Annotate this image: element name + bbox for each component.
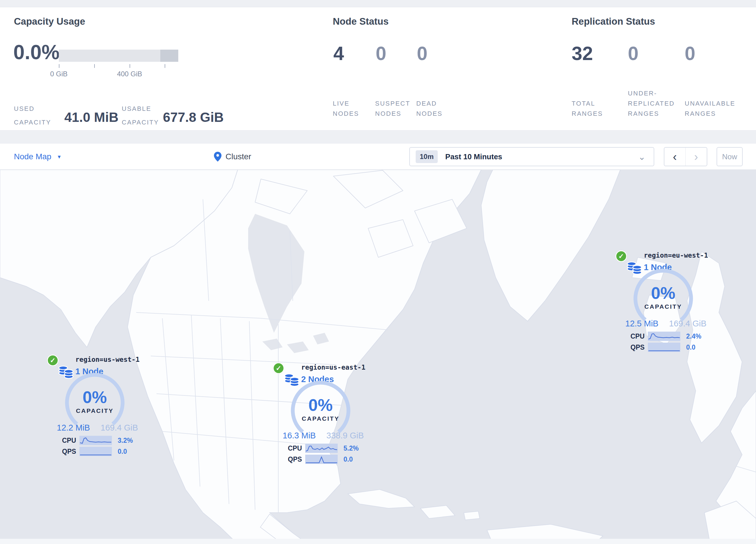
cpu-row: CPU 2.4% — [630, 332, 701, 341]
node-map: ✓ region=us-west-1 1 Node 0% CAPACITY 12… — [0, 170, 756, 544]
map-toolbar: Node Map ▾ Cluster 10m Past 10 Minutes ⌄… — [0, 144, 756, 170]
breadcrumb[interactable]: Cluster — [214, 144, 251, 170]
qps-row: QPS 0.0 — [630, 343, 695, 352]
dead-nodes-label: DEADNODES — [416, 98, 443, 119]
cpu-label: CPU — [62, 437, 79, 445]
qps-label: QPS — [288, 456, 305, 463]
map-bottom-strip — [0, 539, 756, 544]
used-capacity-label: USED CAPACITY — [14, 102, 51, 129]
gauge-percent: 0% — [634, 285, 692, 302]
region-used-capacity: 12.5 MiB — [625, 319, 658, 329]
region-used-capacity: 16.3 MiB — [283, 431, 316, 440]
capacity-values: 12.2 MiB 169.4 GiB — [57, 423, 138, 433]
axis-tick-label: 0 GiB — [50, 70, 68, 78]
capacity-values: 16.3 MiB 338.9 GiB — [283, 431, 364, 440]
cluster-overview-page: Capacity Usage 0.0% 0 GiB 400 GiB USED C… — [0, 0, 756, 544]
cpu-value: 2.4% — [686, 333, 701, 340]
unavailable-ranges-count: 0 — [685, 44, 695, 63]
capacity-usage-title: Capacity Usage — [14, 16, 85, 27]
qps-sparkline — [79, 447, 112, 456]
time-pager: ‹ › — [664, 147, 707, 166]
time-range-dropdown[interactable]: 10m Past 10 Minutes ⌄ — [409, 147, 654, 166]
unavailable-ranges-label: UNAVAILABLERANGES — [685, 98, 735, 119]
usable-capacity-value: 677.8 GiB — [163, 110, 224, 124]
live-nodes-label: LIVENODES — [333, 98, 359, 119]
capacity-percent: 0.0% — [13, 42, 60, 62]
now-button[interactable]: Now — [717, 147, 743, 166]
location-pin-icon — [214, 152, 221, 162]
used-capacity-value: 41.0 MiB — [64, 110, 119, 124]
region-marker-us-west-1[interactable]: ✓ region=us-west-1 1 Node 0% CAPACITY 12… — [46, 355, 145, 455]
under-replicated-count: 0 — [628, 44, 639, 63]
qps-sparkline — [648, 343, 680, 352]
suspect-nodes-label: SUSPECTNODES — [375, 98, 410, 119]
region-used-capacity: 12.2 MiB — [57, 423, 90, 433]
gauge-percent: 0% — [66, 389, 124, 406]
capacity-values: 12.5 MiB 169.4 GiB — [625, 319, 706, 329]
prev-time-button[interactable]: ‹ — [664, 148, 686, 166]
cpu-label: CPU — [630, 333, 648, 340]
capacity-bar — [59, 50, 178, 62]
chevron-down-icon: ⌄ — [638, 152, 646, 162]
summary-panel: Capacity Usage 0.0% 0 GiB 400 GiB USED C… — [0, 7, 756, 130]
region-marker-eu-west-1[interactable]: ✓ region=eu-west-1 1 Node 0% CAPACITY 12… — [615, 250, 713, 351]
qps-value: 0.0 — [118, 448, 127, 456]
cpu-sparkline — [305, 444, 338, 453]
view-selector-dropdown[interactable]: Node Map ▾ — [14, 144, 61, 170]
time-range-chip: 10m — [416, 150, 438, 163]
qps-value: 0.0 — [686, 344, 695, 351]
region-usable-capacity: 169.4 GiB — [669, 319, 706, 329]
healthy-check-icon: ✓ — [615, 250, 627, 262]
qps-sparkline — [305, 455, 338, 464]
region-marker-us-east-1[interactable]: ✓ region=us-east-1 2 Nodes 0% CAPACITY 1… — [272, 362, 371, 463]
node-status-title: Node Status — [333, 16, 389, 27]
next-time-button[interactable]: › — [686, 148, 707, 166]
usable-capacity-label: USABLE CAPACITY — [122, 102, 159, 129]
cpu-value: 3.2% — [118, 437, 133, 445]
healthy-check-icon: ✓ — [273, 362, 284, 374]
axis-tick-label: 400 GiB — [117, 70, 142, 78]
region-name: region=us-east-1 — [301, 364, 366, 371]
gauge-percent: 0% — [292, 397, 350, 414]
capacity-bar-segment — [160, 50, 178, 62]
cpu-row: CPU 5.2% — [288, 444, 359, 453]
axis-tick — [94, 64, 95, 68]
time-range-label: Past 10 Minutes — [445, 152, 502, 161]
cpu-label: CPU — [288, 445, 305, 452]
region-usable-capacity: 338.9 GiB — [326, 431, 364, 440]
dead-nodes-count: 0 — [417, 44, 428, 63]
breadcrumb-label: Cluster — [226, 152, 251, 161]
replication-status-title: Replication Status — [572, 16, 655, 27]
suspect-nodes-count: 0 — [376, 44, 386, 63]
gauge-capacity-label: CAPACITY — [292, 415, 350, 422]
cpu-sparkline — [79, 436, 112, 445]
axis-tick — [165, 64, 165, 68]
qps-label: QPS — [62, 448, 79, 456]
qps-row: QPS 0.0 — [288, 455, 353, 464]
healthy-check-icon: ✓ — [47, 355, 59, 366]
region-name: region=us-west-1 — [75, 356, 140, 363]
axis-tick — [130, 64, 130, 68]
region-usable-capacity: 169.4 GiB — [101, 423, 138, 433]
total-ranges-count: 32 — [572, 44, 593, 63]
axis-tick — [59, 64, 59, 68]
cpu-value: 5.2% — [344, 445, 359, 452]
live-nodes-count: 4 — [333, 44, 344, 63]
gauge-capacity-label: CAPACITY — [634, 303, 692, 310]
qps-row: QPS 0.0 — [62, 447, 127, 456]
qps-value: 0.0 — [344, 456, 353, 463]
qps-label: QPS — [630, 344, 648, 351]
view-selector-label: Node Map — [14, 152, 51, 161]
region-name: region=eu-west-1 — [644, 251, 708, 259]
caret-down-icon: ▾ — [58, 153, 61, 160]
under-replicated-label: UNDER-REPLICATEDRANGES — [628, 88, 675, 119]
gauge-capacity-label: CAPACITY — [66, 407, 124, 414]
cpu-sparkline — [648, 332, 680, 341]
total-ranges-label: TOTALRANGES — [572, 98, 603, 119]
cpu-row: CPU 3.2% — [62, 436, 133, 445]
